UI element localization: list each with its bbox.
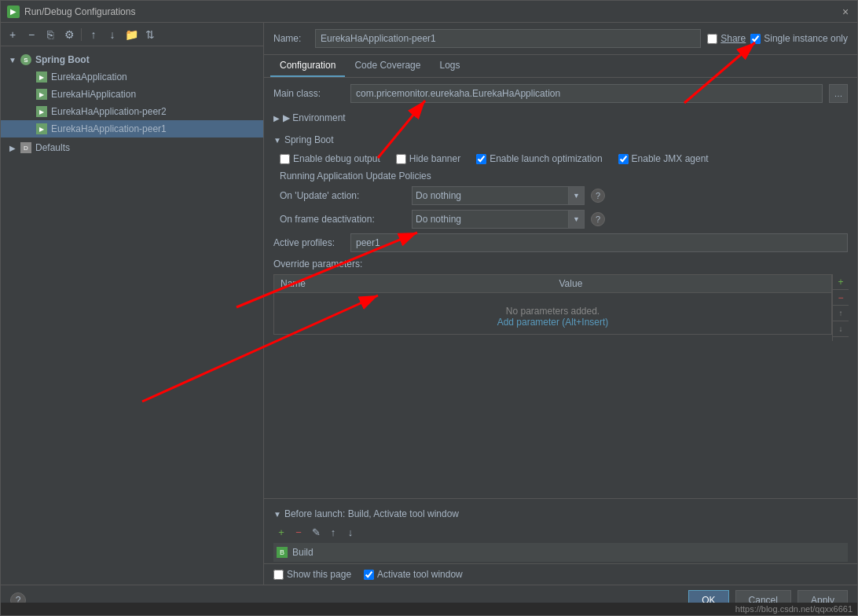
active-profiles-label: Active profiles: — [273, 237, 344, 248]
sort-button[interactable]: ⇅ — [141, 26, 159, 43]
share-checkbox-wrap: Share — [707, 33, 746, 44]
spring-boot-options: Enable debug output Hide banner Enable l… — [273, 153, 848, 164]
main-class-browse-button[interactable]: … — [829, 84, 848, 103]
params-empty-message: No parameters added. Add parameter (Alt+… — [274, 293, 831, 334]
eureka-ha-peer1-expand — [23, 123, 34, 134]
before-launch-edit-button[interactable]: ✎ — [308, 524, 324, 540]
dialog-icon: ▶ — [7, 6, 20, 18]
spring-boot-icon: S — [20, 53, 32, 66]
watermark: https://blog.csdn.net/qqxx6661 — [1, 603, 857, 615]
activate-tool-window-checkbox[interactable] — [364, 570, 374, 580]
active-profiles-row: Active profiles: — [273, 233, 848, 252]
active-profiles-input[interactable] — [350, 233, 848, 252]
show-page-label: Show this page — [287, 569, 351, 580]
running-app-policies-label: Running Application Update Policies — [273, 170, 848, 182]
eureka-hi-icon: ▶ — [35, 88, 48, 101]
spring-boot-group: ▼ S Spring Boot ▶ EurekaApplication — [1, 50, 263, 139]
frame-deactivation-select[interactable]: Do nothing Update classes and resources … — [412, 210, 569, 229]
tree-item-eureka-app[interactable]: ▶ EurekaApplication — [1, 68, 263, 86]
single-instance-wrap: Single instance only — [750, 33, 848, 44]
params-table-header: Name Value — [274, 275, 831, 293]
debug-output-checkbox[interactable] — [280, 154, 290, 164]
tree-item-eureka-hi[interactable]: ▶ EurekaHiApplication — [1, 86, 263, 103]
params-table: Name Value No parameters added. Add para… — [273, 274, 832, 335]
jmx-agent-label: Enable JMX agent — [632, 153, 709, 164]
tree-item-eureka-ha-peer2[interactable]: ▶ EurekaHaApplication-peer2 — [1, 103, 263, 120]
launch-optimization-checkbox[interactable] — [476, 154, 486, 164]
update-action-select[interactable]: Do nothing Update classes and resources … — [412, 186, 569, 205]
show-page-checkbox[interactable] — [273, 570, 284, 580]
defaults-expand: ▶ — [7, 142, 18, 153]
activate-tool-window-label: Activate tool window — [377, 569, 463, 580]
spring-boot-group-label[interactable]: ▼ S Spring Boot — [1, 51, 263, 68]
params-up-button[interactable]: ↑ — [833, 306, 849, 321]
name-label: Name: — [273, 33, 309, 44]
add-param-link[interactable]: Add parameter (Alt+Insert) — [497, 317, 609, 328]
remove-config-button[interactable]: − — [23, 26, 40, 43]
launch-optimization-label: Enable launch optimization — [490, 153, 602, 164]
close-button[interactable]: × — [840, 6, 851, 17]
hide-banner-checkbox[interactable] — [396, 154, 406, 164]
before-launch-down-button[interactable]: ↓ — [343, 524, 358, 540]
frame-deactivation-arrow: ▼ — [569, 210, 585, 229]
tab-code-coverage[interactable]: Code Coverage — [345, 55, 430, 77]
update-action-label: On 'Update' action: — [280, 190, 405, 201]
before-launch-add-button[interactable]: + — [273, 524, 289, 540]
config-tree: ▼ S Spring Boot ▶ EurekaApplication — [1, 46, 263, 585]
eureka-ha-peer2-icon: ▶ — [35, 105, 48, 118]
launch-optimization-option: Enable launch optimization — [476, 153, 602, 164]
settings-button[interactable]: ⚙ — [60, 26, 78, 43]
debug-output-option: Enable debug output — [280, 153, 380, 164]
single-instance-checkbox[interactable] — [750, 34, 761, 44]
spring-boot-section-toggle: ▼ — [273, 136, 281, 145]
override-params-label: Override parameters: — [273, 258, 848, 270]
debug-output-label: Enable debug output — [293, 153, 380, 164]
environment-section[interactable]: ▶ ▶ Environment — [273, 109, 848, 126]
run-debug-dialog: ▶ Run/Debug Configurations × + − ⎘ ⚙ ↑ ↓… — [0, 0, 858, 616]
copy-config-button[interactable]: ⎘ — [42, 26, 59, 43]
add-config-button[interactable]: + — [4, 26, 21, 43]
before-launch-build-item: B Build — [273, 543, 848, 562]
defaults-icon: D — [20, 141, 32, 154]
eureka-hi-expand — [23, 89, 34, 100]
update-action-select-container: Do nothing Update classes and resources … — [412, 186, 585, 205]
params-add-button[interactable]: + — [833, 274, 849, 290]
params-table-actions: + − ↑ ↓ — [832, 274, 848, 341]
build-icon: B — [277, 547, 288, 558]
move-up-button[interactable]: ↑ — [85, 26, 102, 43]
jmx-agent-checkbox[interactable] — [618, 154, 629, 164]
before-launch-toolbar: + − ✎ ↑ ↓ — [264, 522, 857, 541]
before-launch-up-button[interactable]: ↑ — [325, 524, 341, 540]
frame-deactivation-help-button[interactable]: ? — [591, 212, 605, 226]
hide-banner-label: Hide banner — [409, 153, 460, 164]
move-down-button[interactable]: ↓ — [104, 26, 121, 43]
tab-logs[interactable]: Logs — [430, 55, 469, 77]
toolbar-separator — [81, 28, 82, 41]
tree-item-defaults[interactable]: ▶ D Defaults — [1, 139, 263, 156]
eureka-ha-peer2-expand — [23, 106, 34, 117]
eureka-ha-peer1-label: EurekaHaApplication-peer1 — [51, 123, 167, 134]
eureka-app-expand — [23, 72, 34, 82]
folder-button[interactable]: 📁 — [123, 26, 140, 43]
name-input[interactable] — [315, 29, 701, 48]
params-remove-button[interactable]: − — [833, 290, 849, 306]
before-launch-section: ▼ Before launch: Build, Activate tool wi… — [264, 498, 857, 563]
environment-toggle-icon: ▶ — [273, 114, 280, 123]
tree-item-eureka-ha-peer1[interactable]: ▶ EurekaHaApplication-peer1 — [1, 120, 263, 138]
spring-boot-section[interactable]: ▼ Spring Boot — [273, 131, 848, 148]
before-launch-header[interactable]: ▼ Before launch: Build, Activate tool wi… — [264, 505, 857, 522]
params-down-button[interactable]: ↓ — [833, 321, 849, 337]
tabs-row: Configuration Code Coverage Logs — [264, 55, 857, 78]
show-page-option: Show this page — [273, 569, 351, 580]
update-action-arrow: ▼ — [569, 186, 585, 205]
config-body: Main class: … ▶ ▶ Environment ▼ Spring B… — [264, 78, 857, 498]
params-value-header: Value — [553, 275, 832, 292]
hide-banner-option: Hide banner — [396, 153, 460, 164]
before-launch-remove-button[interactable]: − — [291, 524, 306, 540]
spring-boot-label: Spring Boot — [35, 54, 90, 65]
tab-configuration[interactable]: Configuration — [270, 55, 345, 77]
main-class-input[interactable] — [350, 84, 823, 103]
main-class-label: Main class: — [273, 88, 344, 99]
share-checkbox[interactable] — [707, 34, 717, 44]
update-action-help-button[interactable]: ? — [591, 189, 605, 203]
